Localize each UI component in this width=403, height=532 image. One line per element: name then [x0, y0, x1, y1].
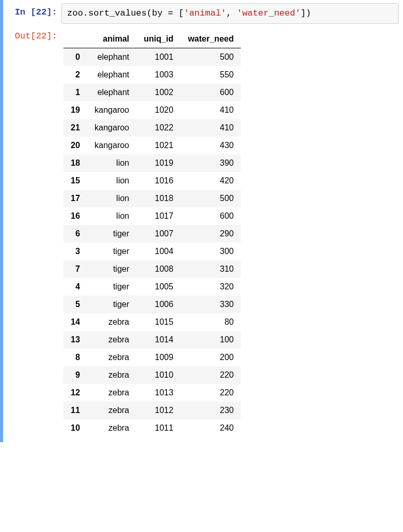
row-index: 21 — [63, 119, 87, 137]
cell-water-need: 390 — [180, 154, 241, 172]
table-row: 0elephant1001500 — [63, 48, 241, 66]
cell-water-need: 430 — [180, 137, 241, 154]
cell-uniq-id: 1010 — [137, 366, 181, 384]
notebook-cell: In [22]: zoo.sort_values(by = ['animal',… — [0, 0, 403, 442]
cell-water-need: 80 — [180, 313, 241, 331]
table-row: 4tiger1005320 — [63, 278, 241, 296]
row-index: 7 — [63, 260, 87, 278]
table-row: 14zebra101580 — [63, 313, 241, 331]
cell-animal: zebra — [87, 313, 137, 331]
table-row: 6tiger1007290 — [63, 225, 241, 243]
table-row: 8zebra1009200 — [63, 349, 241, 366]
row-index: 14 — [63, 313, 87, 331]
output-area: animal uniq_id water_need 0elephant10015… — [61, 27, 403, 437]
row-index: 0 — [63, 48, 87, 66]
cell-uniq-id: 1014 — [137, 331, 181, 349]
input-prompt-col: In [22]: — [3, 3, 61, 17]
column-header-index — [63, 30, 87, 48]
cell-animal: lion — [87, 172, 137, 190]
row-index: 16 — [63, 207, 87, 225]
cell-animal: tiger — [87, 225, 137, 243]
cell-animal: elephant — [87, 48, 137, 66]
cell-uniq-id: 1004 — [137, 243, 181, 260]
cell-animal: elephant — [87, 84, 137, 101]
table-row: 19kangaroo1020410 — [63, 101, 241, 119]
cell-animal: kangaroo — [87, 137, 137, 154]
column-header-water-need: water_need — [180, 30, 241, 48]
input-area[interactable]: zoo.sort_values(by = ['animal', 'water_n… — [61, 3, 399, 24]
cell-uniq-id: 1021 — [137, 137, 181, 154]
column-header-uniq-id: uniq_id — [137, 30, 181, 48]
cell-water-need: 500 — [180, 190, 241, 207]
table-row: 18lion1019390 — [63, 154, 241, 172]
cell-uniq-id: 1015 — [137, 313, 181, 331]
cell-water-need: 230 — [180, 402, 241, 419]
row-index: 6 — [63, 225, 87, 243]
table-row: 3tiger1004300 — [63, 243, 241, 260]
cell-animal: zebra — [87, 331, 137, 349]
cell-animal: zebra — [87, 349, 137, 366]
cell-water-need: 320 — [180, 278, 241, 296]
table-row: 12zebra1013220 — [63, 384, 241, 402]
code-string-literal: 'water_need' — [237, 8, 300, 18]
table-header: animal uniq_id water_need — [63, 30, 241, 48]
row-index: 13 — [63, 331, 87, 349]
output-prompt-col: Out[22]: — [3, 27, 61, 41]
code-string-literal: 'animal' — [184, 8, 226, 18]
input-row: In [22]: zoo.sort_values(by = ['animal',… — [3, 3, 403, 24]
cell-water-need: 330 — [180, 296, 241, 313]
cell-water-need: 420 — [180, 172, 241, 190]
input-prompt: In [22]: — [15, 7, 57, 17]
code-token: , — [226, 8, 237, 18]
row-index: 18 — [63, 154, 87, 172]
table-row: 13zebra1014100 — [63, 331, 241, 349]
output-row: Out[22]: animal uniq_id water_need 0elep… — [3, 27, 403, 437]
cell-water-need: 100 — [180, 331, 241, 349]
cell-water-need: 300 — [180, 243, 241, 260]
cell-uniq-id: 1002 — [137, 84, 181, 101]
cell-water-need: 600 — [180, 207, 241, 225]
code-token: zoo.sort_values(by = [ — [67, 8, 184, 18]
row-index: 3 — [63, 243, 87, 260]
output-prompt: Out[22]: — [15, 31, 57, 41]
cell-uniq-id: 1017 — [137, 207, 181, 225]
cell-animal: zebra — [87, 402, 137, 419]
cell-uniq-id: 1009 — [137, 349, 181, 366]
cell-uniq-id: 1018 — [137, 190, 181, 207]
cell-animal: lion — [87, 190, 137, 207]
cell-uniq-id: 1005 — [137, 278, 181, 296]
cell-uniq-id: 1003 — [137, 66, 181, 84]
cell-water-need: 290 — [180, 225, 241, 243]
dataframe-table: animal uniq_id water_need 0elephant10015… — [63, 30, 241, 437]
table-row: 2elephant1003550 — [63, 66, 241, 84]
cell-water-need: 600 — [180, 84, 241, 101]
cell-animal: tiger — [87, 278, 137, 296]
cell-uniq-id: 1012 — [137, 402, 181, 419]
cell-water-need: 200 — [180, 349, 241, 366]
row-index: 15 — [63, 172, 87, 190]
cell-animal: zebra — [87, 384, 137, 402]
cell-animal: tiger — [87, 296, 137, 313]
table-row: 21kangaroo1022410 — [63, 119, 241, 137]
code-input[interactable]: zoo.sort_values(by = ['animal', 'water_n… — [61, 3, 399, 24]
cell-animal: lion — [87, 207, 137, 225]
cell-animal: elephant — [87, 66, 137, 84]
cell-water-need: 500 — [180, 48, 241, 66]
row-index: 20 — [63, 137, 87, 154]
cell-water-need: 240 — [180, 419, 241, 437]
cell-uniq-id: 1020 — [137, 101, 181, 119]
row-index: 10 — [63, 419, 87, 437]
row-index: 5 — [63, 296, 87, 313]
cell-water-need: 220 — [180, 384, 241, 402]
table-row: 5tiger1006330 — [63, 296, 241, 313]
table-row: 1elephant1002600 — [63, 84, 241, 101]
row-index: 2 — [63, 66, 87, 84]
cell-uniq-id: 1019 — [137, 154, 181, 172]
row-index: 12 — [63, 384, 87, 402]
cell-uniq-id: 1008 — [137, 260, 181, 278]
cell-uniq-id: 1011 — [137, 419, 181, 437]
cell-water-need: 410 — [180, 101, 241, 119]
row-index: 11 — [63, 402, 87, 419]
column-header-animal: animal — [87, 30, 137, 48]
cell-uniq-id: 1006 — [137, 296, 181, 313]
